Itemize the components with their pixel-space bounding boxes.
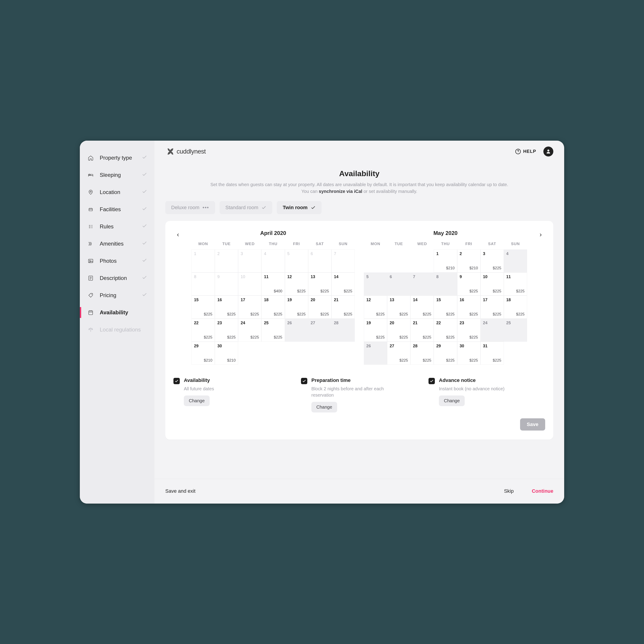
change-advance-button[interactable]: Change — [439, 395, 465, 406]
calendar-day[interactable]: 14$225 — [410, 296, 434, 319]
calendar-day[interactable]: 14$225 — [331, 272, 355, 296]
calendar-day[interactable]: 19$225 — [285, 296, 308, 319]
day-price: $225 — [446, 335, 455, 340]
calendar-day[interactable]: 12$225 — [364, 296, 387, 319]
calendar-day[interactable]: 20$225 — [308, 296, 331, 319]
calendar-day[interactable]: 2$210 — [457, 249, 481, 272]
room-tab-twin[interactable]: Twin room — [277, 201, 322, 214]
sidebar-item-amenities[interactable]: Amenities — [80, 235, 154, 252]
save-button[interactable]: Save — [520, 418, 545, 431]
sidebar-item-property-type[interactable]: Property type — [80, 149, 154, 166]
sidebar-item-photos[interactable]: Photos — [80, 252, 154, 270]
skip-button[interactable]: Skip — [504, 488, 514, 494]
sidebar-item-location[interactable]: Location — [80, 184, 154, 201]
change-availability-button[interactable]: Change — [184, 395, 210, 406]
calendar-day[interactable]: 10$225 — [481, 272, 504, 296]
checkbox-preparation[interactable] — [301, 378, 307, 384]
calendar-day[interactable]: 21$225 — [331, 296, 355, 319]
day-price: $225 — [516, 312, 525, 317]
calendar-day[interactable]: 11$400 — [261, 272, 285, 296]
calendar-day[interactable]: 5 — [285, 249, 308, 272]
sidebar-item-sleeping[interactable]: Sleeping — [80, 166, 154, 184]
room-tab-standard[interactable]: Standard room — [220, 201, 272, 214]
room-tab-deluxe[interactable]: Deluxe room••• — [165, 201, 215, 214]
calendar-day[interactable]: 30$210 — [215, 342, 238, 365]
calendar-day[interactable]: 22$225 — [434, 319, 457, 342]
calendar-day[interactable]: 19$225 — [364, 319, 387, 342]
calendar-day[interactable]: 28 — [331, 319, 355, 342]
sidebar-item-description[interactable]: Description — [80, 270, 154, 287]
checkbox-advance[interactable] — [429, 378, 435, 384]
calendar-day[interactable]: 28$225 — [410, 342, 434, 365]
calendar-day[interactable]: 1$210 — [434, 249, 457, 272]
sidebar-item-availability[interactable]: Availability — [80, 304, 154, 321]
calendar-day[interactable]: 15$225 — [434, 296, 457, 319]
sidebar-item-rules[interactable]: Rules — [80, 218, 154, 235]
continue-button[interactable]: Continue — [532, 488, 553, 494]
calendar-day[interactable]: 6 — [308, 249, 331, 272]
day-price: $225 — [469, 312, 478, 317]
brand-logo[interactable]: cuddlynest — [165, 147, 515, 156]
calendar-day[interactable]: 6 — [387, 272, 410, 296]
account-button[interactable] — [543, 147, 553, 156]
sync-ical-link[interactable]: synchronize via iCal — [319, 189, 362, 194]
calendar-day[interactable]: 9$225 — [457, 272, 481, 296]
save-and-exit-button[interactable]: Save and exit — [165, 488, 504, 494]
calendar-day[interactable]: 27 — [308, 319, 331, 342]
calendar-day[interactable]: 20$225 — [387, 319, 410, 342]
calendar-day[interactable]: 11$225 — [504, 272, 527, 296]
calendar-day[interactable]: 16$225 — [215, 296, 238, 319]
calendar-day[interactable]: 8 — [192, 272, 215, 296]
calendar-day[interactable]: 3 — [238, 249, 261, 272]
calendar-day[interactable]: 13$225 — [308, 272, 331, 296]
change-preparation-button[interactable]: Change — [311, 402, 337, 412]
calendar-day[interactable]: 22$225 — [192, 319, 215, 342]
calendar-day[interactable]: 24 — [481, 319, 504, 342]
calendar-day[interactable]: 3$225 — [481, 249, 504, 272]
sidebar-item-pricing[interactable]: Pricing — [80, 287, 154, 304]
calendar-day[interactable]: 21$225 — [410, 319, 434, 342]
calendar-day[interactable]: 24$225 — [238, 319, 261, 342]
day-number: 14 — [334, 275, 339, 279]
calendar-day[interactable]: 4 — [261, 249, 285, 272]
help-button[interactable]: HELP — [515, 149, 536, 154]
calendar-day[interactable]: 23$225 — [457, 319, 481, 342]
day-number: 6 — [390, 275, 392, 279]
calendar-day[interactable]: 18$225 — [261, 296, 285, 319]
calendar-day[interactable]: 25 — [504, 319, 527, 342]
calendar-day[interactable]: 13$225 — [387, 296, 410, 319]
calendar-day[interactable]: 26 — [364, 342, 387, 365]
brand-name: cuddlynest — [177, 148, 206, 155]
dow-label: SAT — [308, 242, 331, 246]
calendar-day[interactable]: 29$225 — [434, 342, 457, 365]
calendar-day[interactable]: 7 — [331, 249, 355, 272]
calendar-day[interactable]: 30$225 — [457, 342, 481, 365]
calendar-day[interactable]: 9 — [215, 272, 238, 296]
calendar-day[interactable]: 1 — [192, 249, 215, 272]
prev-month-button[interactable] — [173, 230, 182, 239]
calendar-day[interactable]: 5 — [364, 272, 387, 296]
calendar-day[interactable]: 16$225 — [457, 296, 481, 319]
day-number: 27 — [311, 321, 315, 325]
day-price: $225 — [297, 312, 306, 317]
calendar-day[interactable]: 8 — [434, 272, 457, 296]
calendar-day[interactable]: 17$225 — [238, 296, 261, 319]
calendar-day[interactable]: 17$225 — [481, 296, 504, 319]
day-price: $225 — [493, 312, 501, 317]
calendar-day[interactable]: 2 — [215, 249, 238, 272]
calendar-day[interactable]: 15$225 — [192, 296, 215, 319]
next-month-button[interactable] — [536, 230, 545, 239]
calendar-day[interactable]: 4 — [504, 249, 527, 272]
sidebar-item-facilities[interactable]: Facilities — [80, 201, 154, 218]
calendar-day[interactable]: 29$210 — [192, 342, 215, 365]
calendar-day[interactable]: 7 — [410, 272, 434, 296]
calendar-day[interactable]: 12$225 — [285, 272, 308, 296]
calendar-day[interactable]: 18$225 — [504, 296, 527, 319]
calendar-day[interactable]: 27$225 — [387, 342, 410, 365]
calendar-day[interactable]: 26 — [285, 319, 308, 342]
calendar-day[interactable]: 10 — [238, 272, 261, 296]
calendar-day[interactable]: 23$225 — [215, 319, 238, 342]
checkbox-availability[interactable] — [173, 378, 180, 384]
calendar-day[interactable]: 31$225 — [481, 342, 504, 365]
calendar-day[interactable]: 25$225 — [261, 319, 285, 342]
